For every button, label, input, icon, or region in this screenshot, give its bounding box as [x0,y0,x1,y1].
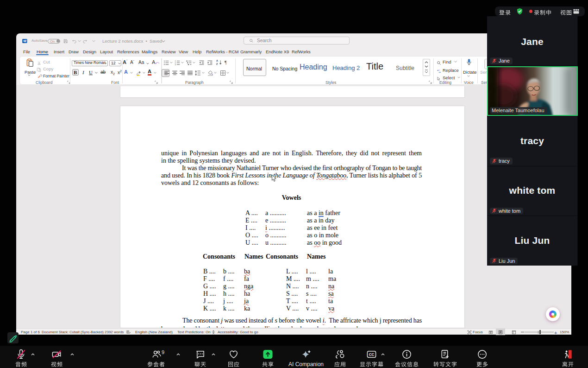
svg-text:W: W [23,39,26,43]
svg-text:Z: Z [216,63,218,65]
svg-text:3: 3 [175,63,176,66]
svg-text:CC: CC [369,353,374,357]
svg-text:A: A [216,59,218,62]
svg-text:¶: ¶ [225,60,227,65]
